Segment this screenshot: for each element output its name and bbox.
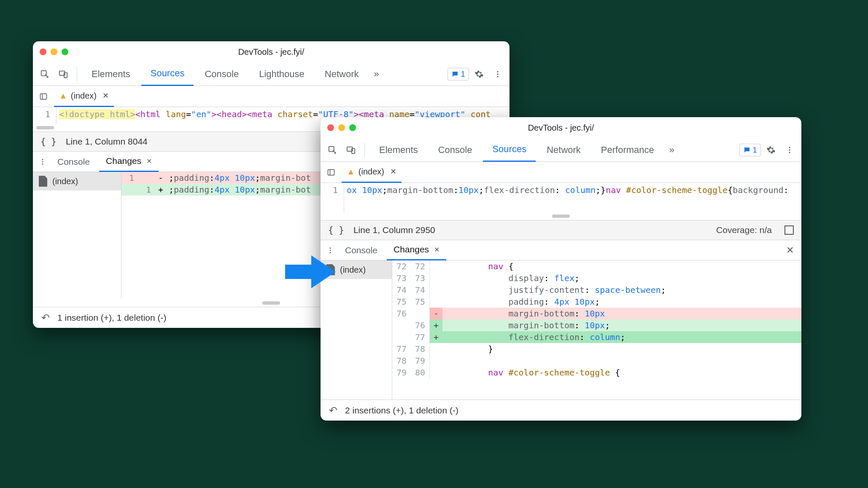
divider — [364, 143, 365, 157]
drawer-tab-changes[interactable]: Changes ✕ — [387, 240, 446, 260]
changes-summary: 2 insertions (+), 1 deletion (-) — [345, 405, 458, 416]
svg-point-13 — [789, 147, 790, 148]
changes-body: (index) 7272 nav { 7373 display: flex; 7… — [321, 260, 801, 400]
svg-point-15 — [789, 152, 790, 153]
divider — [77, 67, 77, 81]
tab-lighthouse[interactable]: Lighthouse — [250, 62, 314, 86]
code-line: ox 10px;margin-bottom:10px;flex-directio… — [344, 183, 801, 212]
titlebar: DevTools - jec.fyi/ — [321, 117, 801, 138]
device-toggle-icon[interactable] — [342, 142, 359, 158]
svg-point-9 — [42, 163, 43, 164]
coverage-label: Coverage: n/a — [716, 225, 772, 235]
drawer-tab-label: Changes — [394, 244, 429, 255]
kebab-menu-icon[interactable] — [781, 142, 798, 158]
file-icon — [39, 176, 47, 187]
issues-badge[interactable]: 1 — [447, 68, 469, 80]
svg-point-17 — [330, 247, 331, 249]
tab-sources[interactable]: Sources — [483, 138, 536, 162]
scroll-thumb[interactable] — [262, 301, 280, 305]
cursor-position: Line 1, Column 2950 — [353, 225, 435, 235]
tab-sources[interactable]: Sources — [141, 62, 194, 86]
arrow-icon — [285, 253, 336, 291]
tab-performance[interactable]: Performance — [592, 138, 663, 162]
svg-point-14 — [789, 149, 790, 150]
more-tabs-icon[interactable]: » — [370, 69, 383, 80]
warning-icon: ▲ — [59, 91, 67, 101]
editor-status-bar: { } Line 1, Column 2950 Coverage: n/a — [321, 220, 801, 240]
settings-icon[interactable] — [471, 66, 488, 83]
diff-view[interactable]: 7272 nav { 7373 display: flex; 7474 just… — [392, 260, 801, 400]
code-editor[interactable]: 1 ox 10px;margin-bottom:10px;flex-direct… — [321, 183, 801, 212]
settings-icon[interactable] — [763, 142, 779, 158]
inspect-icon[interactable] — [324, 142, 341, 158]
sources-secondary-bar: ▲ (index) ✕ — [321, 162, 801, 183]
tab-elements[interactable]: Elements — [82, 62, 140, 86]
tab-console[interactable]: Console — [195, 62, 248, 86]
issues-count: 1 — [461, 70, 465, 79]
scroll-thumb[interactable] — [36, 126, 54, 129]
pretty-print-icon[interactable]: { } — [328, 225, 344, 235]
scroll-thumb[interactable] — [552, 215, 570, 218]
navigator-toggle-icon[interactable] — [37, 88, 50, 105]
svg-point-18 — [330, 249, 331, 251]
file-tab-index[interactable]: ▲ (index) ✕ — [54, 86, 114, 107]
changed-files-pane: (index) — [33, 172, 121, 299]
device-toggle-icon[interactable] — [55, 66, 72, 83]
changes-footer: ↶ 2 insertions (+), 1 deletion (-) — [321, 400, 801, 421]
titlebar: DevTools - jec.fyi/ — [33, 41, 509, 62]
drawer-tab-changes[interactable]: Changes ✕ — [99, 152, 159, 172]
main-toolbar: Elements Console Sources Network Perform… — [321, 138, 801, 162]
close-icon[interactable]: ✕ — [431, 246, 439, 254]
file-tab-label: (index) — [71, 91, 97, 101]
chat-icon — [743, 146, 751, 154]
chat-icon — [451, 70, 459, 78]
issues-badge[interactable]: 1 — [739, 144, 761, 156]
issues-count: 1 — [752, 145, 757, 155]
drawer-close-icon[interactable]: ✕ — [784, 245, 794, 256]
line-number: 1 — [33, 108, 50, 121]
tab-console[interactable]: Console — [429, 138, 482, 162]
close-icon[interactable]: ✕ — [388, 167, 396, 176]
tab-network[interactable]: Network — [537, 138, 590, 162]
changed-file-item[interactable]: (index) — [33, 172, 121, 190]
revert-icon[interactable]: ↶ — [41, 312, 50, 324]
svg-point-3 — [497, 71, 498, 72]
svg-point-8 — [42, 161, 43, 162]
cursor-position: Line 1, Column 8044 — [66, 137, 148, 147]
revert-icon[interactable]: ↶ — [329, 405, 337, 416]
svg-point-7 — [42, 159, 43, 160]
drawer-tabs: Console Changes ✕ ✕ — [321, 240, 801, 260]
close-icon[interactable]: ✕ — [100, 91, 109, 100]
kebab-menu-icon[interactable] — [37, 153, 48, 170]
devtools-window-after: DevTools - jec.fyi/ Elements Console Sou… — [321, 117, 801, 421]
file-tab-label: (index) — [359, 167, 384, 177]
drawer-tab-console[interactable]: Console — [51, 152, 97, 172]
tab-elements[interactable]: Elements — [370, 138, 427, 162]
changes-summary: 1 insertion (+), 1 deletion (-) — [57, 313, 167, 323]
warning-icon: ▲ — [347, 167, 355, 177]
drawer-tab-console[interactable]: Console — [338, 240, 384, 260]
svg-rect-16 — [328, 169, 334, 175]
close-icon[interactable]: ✕ — [144, 157, 152, 165]
pretty-print-icon[interactable]: { } — [40, 137, 57, 147]
coverage-box-icon[interactable] — [784, 225, 794, 235]
navigator-toggle-icon[interactable] — [325, 164, 337, 181]
svg-point-5 — [497, 76, 498, 77]
file-name: (index) — [52, 177, 78, 186]
main-toolbar: Elements Sources Console Lighthouse Netw… — [33, 62, 509, 86]
sources-secondary-bar: ▲ (index) ✕ — [33, 86, 509, 107]
line-number: 1 — [321, 184, 338, 196]
file-tab-index[interactable]: ▲ (index) ✕ — [342, 162, 402, 183]
window-title: DevTools - jec.fyi/ — [33, 47, 509, 57]
h-scrollbar[interactable] — [321, 212, 801, 220]
window-title: DevTools - jec.fyi/ — [321, 123, 801, 133]
svg-point-4 — [497, 73, 498, 75]
file-name: (index) — [340, 265, 366, 275]
svg-rect-6 — [40, 94, 47, 99]
inspect-icon[interactable] — [36, 66, 53, 83]
tab-network[interactable]: Network — [315, 62, 368, 86]
more-tabs-icon[interactable]: » — [665, 145, 679, 156]
drawer-tab-label: Changes — [106, 156, 141, 166]
kebab-menu-icon[interactable] — [489, 66, 506, 83]
